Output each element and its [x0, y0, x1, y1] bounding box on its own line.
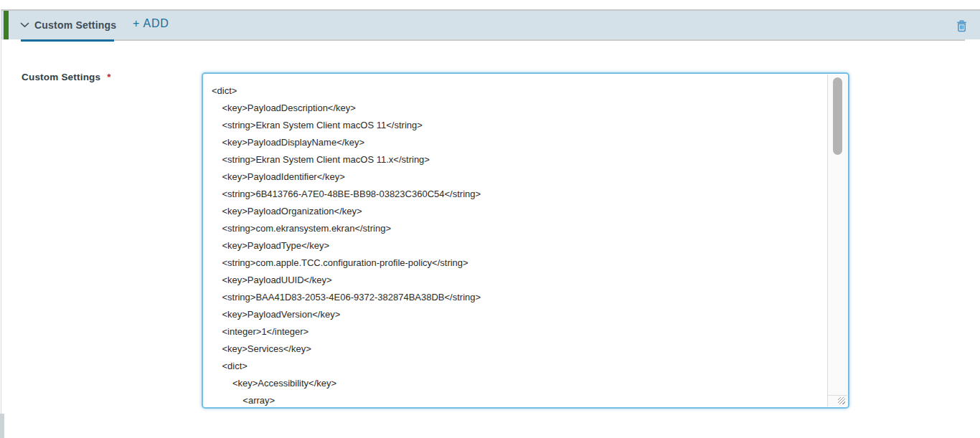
custom-settings-editor: <dict> <key>PayloadDescription</key> <st…: [202, 72, 849, 409]
tab-label: Custom Settings: [34, 19, 116, 31]
section-accent-bar: [4, 11, 9, 39]
textarea-resize-corner[interactable]: [828, 395, 847, 406]
textarea-scrollbar-thumb[interactable]: [833, 77, 842, 155]
custom-settings-textarea[interactable]: <dict> <key>PayloadDescription</key> <st…: [203, 74, 848, 407]
section-tab-bar: Custom Settings + ADD: [1, 11, 980, 39]
trash-icon[interactable]: [954, 19, 969, 33]
field-label: Custom Settings*: [22, 72, 111, 82]
required-marker: *: [107, 72, 110, 82]
tabbar-bottom-line: [114, 39, 965, 41]
chevron-down-icon[interactable]: [20, 22, 29, 28]
add-payload-button[interactable]: + ADD: [133, 17, 169, 30]
active-tab-underline: [21, 39, 114, 42]
page-left-edge: [1, 9, 1, 438]
field-label-text: Custom Settings: [22, 72, 100, 82]
resize-grip-icon: [838, 397, 845, 404]
custom-settings-page: Custom Settings + ADD Custom Settings* <…: [0, 0, 980, 438]
tab-custom-settings[interactable]: Custom Settings: [20, 11, 116, 39]
textarea-scrollbar-track[interactable]: [827, 75, 847, 406]
page-scrollbar-corner: [0, 414, 4, 438]
